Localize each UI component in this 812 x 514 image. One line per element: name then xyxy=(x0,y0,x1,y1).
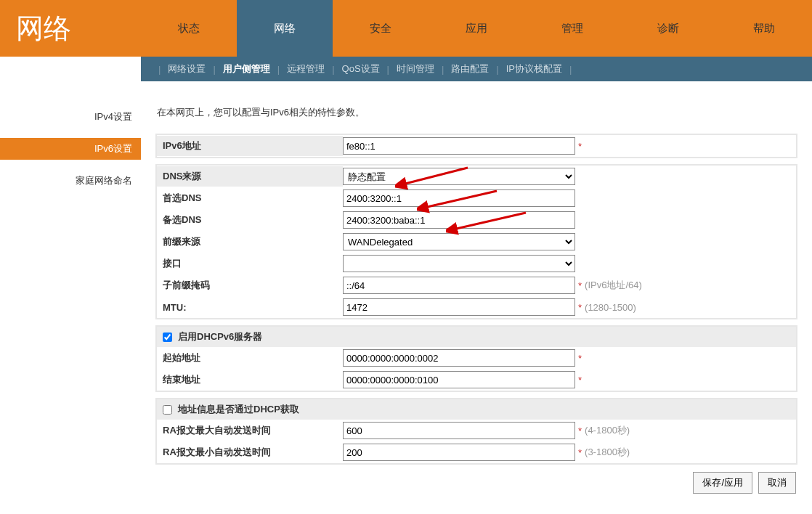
required-mark: * xyxy=(578,280,582,291)
tab-诊断[interactable]: 诊断 xyxy=(620,0,716,57)
subnav-QoS设置[interactable]: QoS设置 xyxy=(339,62,383,76)
label-start-address: 起始地址 xyxy=(157,348,343,368)
separator: | xyxy=(442,64,444,75)
separator: | xyxy=(569,64,572,75)
input-start-address[interactable] xyxy=(343,349,575,367)
label-prefix-source: 前缀来源 xyxy=(157,232,343,252)
top-bar: 网络 状态网络安全应用管理诊断帮助 xyxy=(0,0,812,57)
save-button[interactable]: 保存/应用 xyxy=(693,472,752,494)
hint-mtu: (1280-1500) xyxy=(585,302,636,313)
label-dhcp-info: 地址信息是否通过DHCP获取 xyxy=(178,403,299,416)
separator: | xyxy=(387,64,389,75)
separator: | xyxy=(277,64,280,75)
input-ipv6-address[interactable] xyxy=(343,137,575,155)
sidebar-item-家庭网络命名[interactable]: 家庭网络命名 xyxy=(0,170,141,192)
section-dns-prefix: DNS来源 静态配置 首选DNS 备选DNS 前缀来源 W xyxy=(155,164,797,319)
sidebar-item-IPv4设置[interactable]: IPv4设置 xyxy=(0,106,141,128)
tab-网络[interactable]: 网络 xyxy=(237,0,333,57)
label-sub-prefix-mask: 子前缀掩码 xyxy=(157,275,343,295)
label-dns-source: DNS来源 xyxy=(157,166,343,187)
separator: | xyxy=(213,64,215,75)
hint-sub-prefix-mask: (IPv6地址/64) xyxy=(585,279,642,292)
input-secondary-dns[interactable] xyxy=(343,211,575,229)
label-end-address: 结束地址 xyxy=(157,370,343,390)
input-primary-dns[interactable] xyxy=(343,189,575,207)
sidebar: IPv4设置IPv6设置家庭网络命名 xyxy=(0,106,141,508)
hint-ra-max: (4-1800秒) xyxy=(585,424,630,437)
select-dns-source[interactable]: 静态配置 xyxy=(343,168,575,185)
sub-nav: |网络设置|用户侧管理|远程管理|QoS设置|时间管理|路由配置|IP协议栈配置… xyxy=(141,57,812,81)
label-ra-max: RA报文最大自动发送时间 xyxy=(157,420,343,441)
input-end-address[interactable] xyxy=(343,371,575,388)
button-bar: 保存/应用 取消 xyxy=(155,472,797,494)
label-mtu: MTU: xyxy=(157,298,343,317)
content-area: 在本网页上，您可以配置与IPv6相关的特性参数。 IPv6地址 * DNS来源 … xyxy=(141,106,812,508)
label-ra-min: RA报文最小自动发送时间 xyxy=(157,442,343,462)
input-ra-max[interactable] xyxy=(343,422,575,439)
label-primary-dns: 首选DNS xyxy=(157,188,343,208)
hint-ra-min: (3-1800秒) xyxy=(585,446,630,459)
subnav-时间管理[interactable]: 时间管理 xyxy=(394,62,437,76)
subnav-路由配置[interactable]: 路由配置 xyxy=(448,62,492,76)
required-mark: * xyxy=(578,375,582,386)
intro-text: 在本网页上，您可以配置与IPv6相关的特性参数。 xyxy=(155,106,797,119)
tab-安全[interactable]: 安全 xyxy=(333,0,429,57)
label-enable-dhcpv6: 启用DHCPv6服务器 xyxy=(178,330,262,343)
checkbox-dhcp-info[interactable] xyxy=(163,405,172,415)
tab-管理[interactable]: 管理 xyxy=(524,0,620,57)
label-ipv6-address: IPv6地址 xyxy=(157,136,343,156)
required-mark: * xyxy=(578,447,582,458)
subnav-IP协议栈配置[interactable]: IP协议栈配置 xyxy=(503,62,565,76)
required-mark: * xyxy=(578,425,582,436)
separator: | xyxy=(496,64,498,75)
main-tabs: 状态网络安全应用管理诊断帮助 xyxy=(141,0,812,57)
section-dhcpv6: 启用DHCPv6服务器 起始地址 * 结束地址 * xyxy=(155,325,797,392)
subnav-网络设置[interactable]: 网络设置 xyxy=(165,62,208,76)
subnav-远程管理[interactable]: 远程管理 xyxy=(284,62,328,76)
label-interface: 接口 xyxy=(157,253,343,274)
tab-应用[interactable]: 应用 xyxy=(429,0,524,57)
required-mark: * xyxy=(578,353,582,364)
checkbox-enable-dhcpv6[interactable] xyxy=(163,333,172,342)
input-mtu[interactable] xyxy=(343,298,575,316)
input-ra-min[interactable] xyxy=(343,444,575,461)
tab-状态[interactable]: 状态 xyxy=(141,0,237,57)
brand-title: 网络 xyxy=(0,0,141,57)
tab-帮助[interactable]: 帮助 xyxy=(716,0,812,57)
input-sub-prefix-mask[interactable] xyxy=(343,277,575,294)
sidebar-item-IPv6设置[interactable]: IPv6设置 xyxy=(0,138,141,160)
section-ipv6-address: IPv6地址 * xyxy=(155,134,797,158)
subnav-用户侧管理[interactable]: 用户侧管理 xyxy=(220,62,273,76)
separator: | xyxy=(158,64,161,75)
select-prefix-source[interactable]: WANDelegated xyxy=(343,233,575,250)
label-secondary-dns: 备选DNS xyxy=(157,210,343,230)
select-interface[interactable] xyxy=(343,255,575,272)
section-ra: 地址信息是否通过DHCP获取 RA报文最大自动发送时间 *(4-1800秒) R… xyxy=(155,398,797,465)
separator: | xyxy=(332,64,334,75)
required-mark: * xyxy=(578,302,582,313)
cancel-button[interactable]: 取消 xyxy=(758,472,796,494)
required-mark: * xyxy=(578,141,582,152)
